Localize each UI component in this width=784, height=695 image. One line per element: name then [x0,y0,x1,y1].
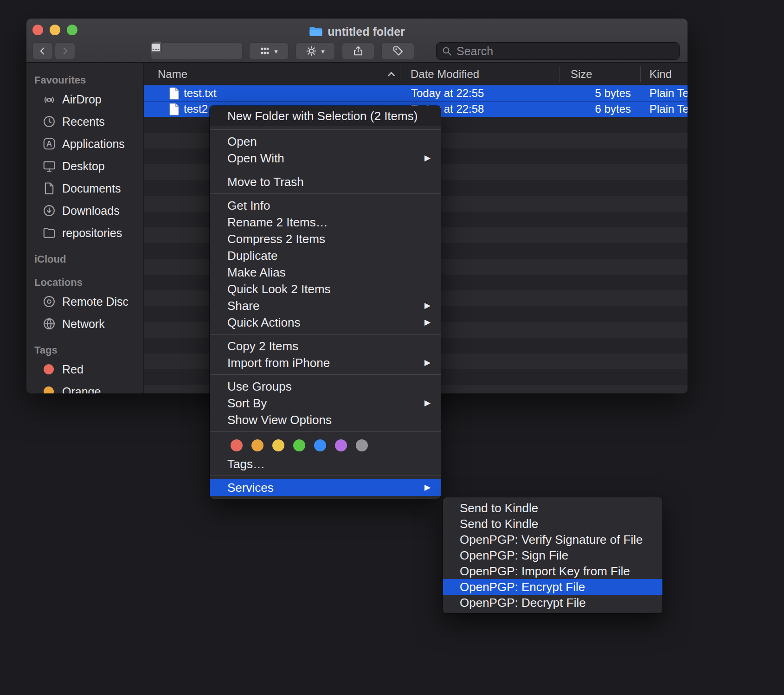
context-menu-item[interactable]: Quick Look 2 Items ▶ [210,281,441,297]
context-menu-item[interactable]: Show View Options ▶ [210,412,441,428]
tag-icon [392,45,404,57]
context-menu-item[interactable]: Make Alias ▶ [210,264,441,281]
sidebar-item-label: repositories [62,226,122,240]
traffic-lights [32,25,77,35]
tags-button[interactable] [381,42,414,60]
context-menu-item[interactable]: Services ▶ [210,479,441,496]
tag-gray-icon[interactable] [356,439,368,451]
column-divider[interactable] [559,66,559,82]
column-divider[interactable] [400,66,400,82]
column-header-name[interactable]: Name [158,63,187,85]
submenu-item-label: OpenPGP: Verify Signature of File [460,533,643,547]
chevron-right-icon [60,46,70,56]
gallery-view-button[interactable] [151,42,161,52]
document-icon [169,87,179,100]
share-button[interactable] [342,42,374,60]
titlebar[interactable]: untitled folder [26,19,688,41]
file-row[interactable]: test.txt Today at 22:55 5 bytes Plain Te… [144,85,688,101]
minimize-button[interactable] [50,25,60,35]
context-menu-item[interactable]: Open With ▶ [210,150,441,167]
folder-icon [309,26,323,37]
menu-item-label: Compress 2 Items [227,232,325,246]
sidebar-item[interactable]: Recents [26,110,143,133]
applications-icon [42,137,56,151]
search-placeholder: Search [456,45,493,58]
forward-button[interactable] [55,42,75,60]
menu-item-label: Move to Trash [227,175,304,189]
tag-orange-icon[interactable] [251,439,263,451]
context-menu-item[interactable]: Use Groups ▶ [210,378,441,395]
sidebar-section-header: iCloud [26,251,143,267]
sidebar-item[interactable]: Documents [26,177,143,199]
zoom-button[interactable] [67,25,77,35]
sidebar-item[interactable]: repositories [26,222,143,244]
sidebar-item[interactable]: Downloads [26,199,143,222]
chevron-down-icon: ▾ [321,48,325,55]
group-button[interactable]: ▾ [249,42,289,60]
context-menu-item[interactable]: Copy 2 Items ▶ [210,338,441,354]
context-menu-item[interactable]: Open ▶ [210,133,441,150]
file-name-cell: test2 [169,101,208,117]
search-field[interactable]: Search [436,42,680,60]
context-menu-item[interactable]: New Folder with Selection (2 Items) ▶ [210,106,441,126]
menu-separator [210,334,441,335]
context-menu-item[interactable]: Duplicate ▶ [210,247,441,264]
sidebar-item[interactable]: Remote Disc [26,290,143,313]
sidebar-item[interactable]: Applications [26,133,143,155]
submenu-item[interactable]: Send to Kindle [443,500,662,516]
submenu-item-label: OpenPGP: Import Key from File [460,564,630,578]
context-menu-item[interactable]: Quick Actions ▶ [210,314,441,331]
context-menu-item[interactable]: Share ▶ [210,297,441,314]
context-menu-item[interactable]: Sort By ▶ [210,395,441,412]
submenu-item[interactable]: OpenPGP: Verify Signature of File [443,532,662,547]
submenu-item[interactable]: OpenPGP: Encrypt File [443,579,662,595]
sidebar-tag-item[interactable]: Orange [26,380,143,393]
column-divider[interactable] [640,66,641,82]
remote-disc-icon [42,295,56,309]
sidebar-item-label: Remote Disc [62,295,129,309]
tag-green-icon[interactable] [293,439,305,451]
desktop-background: untitled folder [0,0,784,695]
menu-item-label: Get Info [227,199,270,212]
tag-purple-icon[interactable] [335,439,347,451]
context-menu-item[interactable]: Get Info ▶ [210,197,441,214]
list-column-header: Name Date Modified Size Kind [144,63,688,85]
context-menu-item[interactable]: Tags… ▶ [210,456,441,472]
toolbar: ▾ ▾ [26,41,688,63]
menu-separator [210,476,441,476]
menu-separator [210,193,441,194]
file-name: test2 [184,101,208,117]
sidebar-item[interactable]: Network [26,313,143,335]
window-title: untitled folder [328,25,405,39]
close-button[interactable] [32,25,43,35]
group-icon [260,46,270,56]
submenu-item[interactable]: OpenPGP: Decrypt File [443,595,662,611]
sidebar-item-label: Recents [62,115,105,129]
submenu-item[interactable]: Send to Kindle [443,516,662,532]
sidebar-item-label: Network [62,317,105,331]
context-menu: New Folder with Selection (2 Items) ▶ Op… [210,106,441,499]
tag-yellow-icon[interactable] [272,439,284,451]
context-menu-item[interactable]: Move to Trash ▶ [210,174,441,190]
submenu-item[interactable]: OpenPGP: Import Key from File [443,563,662,579]
sidebar-section-header: Favourites [26,72,143,88]
services-submenu: Send to Kindle Send to Kindle OpenPGP: V… [443,497,662,613]
column-header-size[interactable]: Size [571,63,592,85]
column-header-date-modified[interactable]: Date Modified [411,63,479,85]
menu-item-label: Rename 2 Items… [227,215,328,229]
column-header-kind[interactable]: Kind [649,63,672,85]
submenu-item-label: Send to Kindle [460,501,538,515]
sidebar-tag-item[interactable]: Red [26,358,143,380]
document-icon [169,103,179,116]
gallery-view-icon [151,42,161,52]
context-menu-item[interactable]: Import from iPhone ▶ [210,354,441,371]
submenu-item[interactable]: OpenPGP: Sign File [443,547,662,563]
sidebar-item[interactable]: Desktop [26,155,143,177]
sidebar-item[interactable]: AirDrop [26,88,143,110]
actions-button[interactable]: ▾ [296,42,335,60]
tag-red-icon[interactable] [231,439,243,451]
back-button[interactable] [32,42,53,60]
context-menu-item[interactable]: Rename 2 Items… ▶ [210,214,441,231]
context-menu-item[interactable]: Compress 2 Items ▶ [210,231,441,247]
tag-blue-icon[interactable] [314,439,326,451]
